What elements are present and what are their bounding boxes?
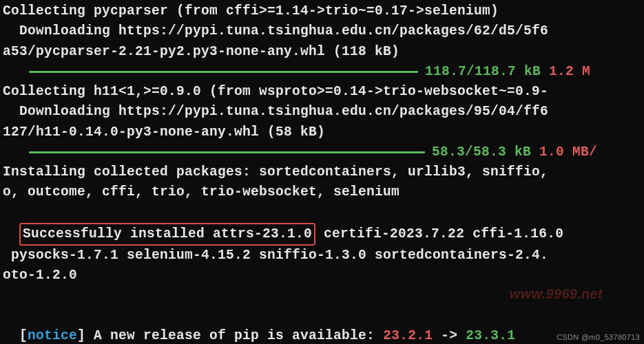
progress-speed: 1.0 MB/ [531, 142, 597, 162]
success-line: Successfully installed attrs-23.1.0 cert… [3, 203, 641, 246]
progress-row: 58.3/58.3 kB 1.0 MB/ [3, 142, 641, 162]
success-line: oto-1.2.0 [3, 266, 641, 286]
progress-done: 58.3/58.3 kB [432, 142, 531, 162]
terminal-output: Collecting pycparser (from cffi>=1.14->t… [3, 1, 641, 344]
success-line: pysocks-1.7.1 selenium-4.15.2 sniffio-1.… [3, 246, 641, 266]
highlight-box: Successfully installed attrs-23.1.0 [19, 223, 315, 246]
blank-line [3, 286, 641, 306]
install-line: Installing collected packages: sortedcon… [3, 162, 641, 182]
notice-tag: notice [28, 328, 77, 343]
notice-text: A new release of pip is available: [94, 328, 383, 343]
notice-line: [notice] A new release of pip is availab… [3, 306, 641, 344]
new-version: 23.3.1 [466, 328, 515, 343]
install-line: o, outcome, cffi, trio, trio-websocket, … [3, 182, 641, 202]
success-rest: certifi-2023.7.22 cffi-1.16.0 [315, 226, 563, 241]
download-line: 127/h11-0.14.0-py3-none-any.whl (58 kB) [3, 122, 641, 142]
bracket-close: ] [77, 328, 94, 343]
collect-line: Collecting h11<1,>=0.9.0 (from wsproto>=… [3, 82, 641, 102]
bracket-open: [ [19, 328, 28, 343]
old-version: 23.2.1 [383, 328, 433, 343]
download-line: Downloading https://pypi.tuna.tsinghua.e… [3, 21, 641, 41]
progress-bar [29, 71, 418, 73]
progress-row: 118.7/118.7 kB 1.2 M [3, 62, 641, 82]
collect-line: Collecting pycparser (from cffi>=1.14->t… [3, 1, 641, 21]
progress-bar [29, 151, 425, 153]
progress-speed: 1.2 M [541, 62, 590, 82]
arrow: -> [433, 328, 466, 343]
download-line: a53/pycparser-2.21-py2.py3-none-any.whl … [3, 42, 641, 62]
download-line: Downloading https://pypi.tuna.tsinghua.e… [3, 102, 641, 122]
progress-done: 118.7/118.7 kB [425, 62, 541, 82]
